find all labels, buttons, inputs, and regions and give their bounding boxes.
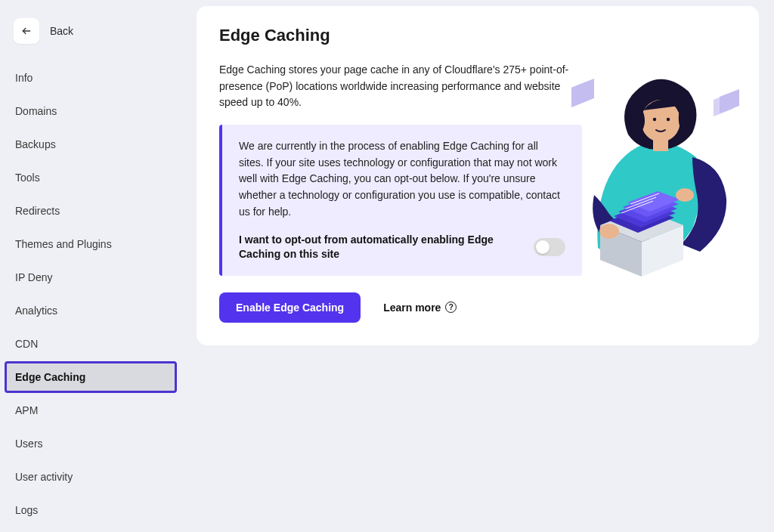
- svg-rect-8: [653, 139, 668, 151]
- sidebar-item-cdn[interactable]: CDN: [5, 328, 177, 360]
- sidebar-item-ip-deny[interactable]: IP Deny: [5, 261, 177, 293]
- sidebar-item-redirects[interactable]: Redirects: [5, 195, 177, 227]
- sidebar-item-themes-plugins[interactable]: Themes and Plugins: [5, 228, 177, 260]
- opt-out-label: I want to opt-out from automatically ena…: [239, 233, 519, 262]
- svg-point-20: [599, 224, 619, 239]
- page-description: Edge Caching stores your page cache in a…: [219, 62, 582, 111]
- sidebar: Back Info Domains Backups Tools Redirect…: [0, 0, 181, 532]
- back-label: Back: [50, 25, 73, 37]
- sidebar-item-tools[interactable]: Tools: [5, 162, 177, 193]
- sidebar-item-users[interactable]: Users: [5, 428, 177, 459]
- learn-more-label: Learn more: [383, 302, 441, 314]
- edge-caching-card: Edge Caching Edge Caching stores your pa…: [197, 6, 759, 345]
- notice-text: We are currently in the process of enabl…: [239, 138, 565, 220]
- back-button[interactable]: [14, 18, 39, 44]
- learn-more-link[interactable]: Learn more ?: [383, 302, 457, 314]
- arrow-left-icon: [21, 26, 32, 36]
- sidebar-item-apm[interactable]: APM: [5, 394, 177, 426]
- svg-point-7: [667, 118, 670, 121]
- help-icon: ?: [445, 302, 457, 313]
- sidebar-item-edge-caching[interactable]: Edge Caching: [5, 361, 177, 393]
- svg-point-21: [676, 188, 694, 202]
- sidebar-item-analytics[interactable]: Analytics: [5, 295, 177, 326]
- page-title: Edge Caching: [219, 26, 736, 45]
- sidebar-nav: Info Domains Backups Tools Redirects The…: [5, 62, 177, 527]
- main-panel: Edge Caching Edge Caching stores your pa…: [181, 0, 774, 532]
- sidebar-item-logs[interactable]: Logs: [5, 494, 177, 526]
- opt-out-toggle[interactable]: [534, 238, 565, 256]
- svg-point-6: [653, 118, 656, 121]
- illustration-person-files: [571, 74, 745, 278]
- sidebar-item-info[interactable]: Info: [5, 62, 177, 94]
- enable-edge-caching-button[interactable]: Enable Edge Caching: [219, 292, 361, 323]
- notice-box: We are currently in the process of enabl…: [219, 125, 582, 276]
- sidebar-item-user-activity[interactable]: User activity: [5, 461, 177, 493]
- svg-marker-2: [571, 79, 594, 107]
- sidebar-item-backups[interactable]: Backups: [5, 128, 177, 160]
- sidebar-item-domains[interactable]: Domains: [5, 95, 177, 127]
